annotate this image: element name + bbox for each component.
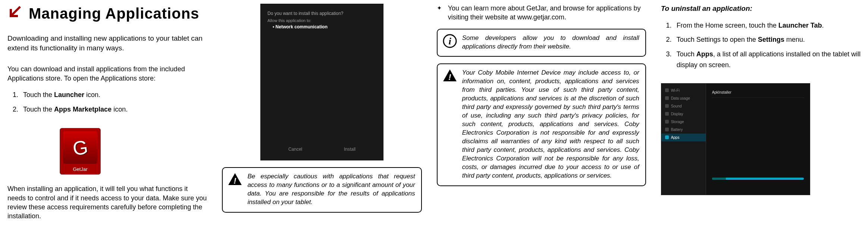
install-note: When installing an application, it will … [7, 184, 207, 220]
column-4: To uninstall an application: From the Ho… [661, 4, 861, 221]
info-icon: i [442, 34, 458, 51]
getjar-g-icon [63, 131, 97, 164]
getjar-info-text: You can learn more about GetJar, and bro… [448, 4, 646, 22]
dialog-permission: • Network communication [267, 24, 376, 29]
sidebar-item: Wi-Fi [661, 87, 706, 94]
svg-text:!: ! [448, 72, 451, 82]
sidebar-item: Sound [661, 102, 706, 110]
sidebar-item: Storage [661, 118, 706, 126]
sidebar-item-apps: Apps [661, 134, 706, 141]
step-2: Touch the Apps Marketplace icon. [20, 104, 207, 115]
dialog-subtitle: Allow this application to: [267, 18, 376, 23]
uninstall-steps: From the Home screen, touch the Launcher… [661, 20, 861, 74]
column-3: ✦ You can learn more about GetJar, and b… [437, 4, 646, 221]
settings-screenshot: Wi-Fi Data usage Sound Display Storage B… [661, 83, 810, 195]
uninstall-heading: To uninstall an application: [661, 4, 861, 13]
uninstall-step-3: Touch Apps, a list of all applications i… [674, 49, 861, 71]
svg-text:i: i [448, 36, 451, 47]
sidebar-item: Display [661, 110, 706, 118]
sidebar-item: Data usage [661, 94, 706, 102]
install-button: Install [340, 145, 359, 153]
warning-icon: ! [442, 69, 458, 180]
heading-row: Managing Applications [7, 4, 207, 23]
info-text: Some developers allow you to download an… [462, 34, 639, 51]
caution-text: Be especially cautious with applications… [247, 172, 415, 207]
uninstall-step-2: Touch Settings to open the Settings menu… [674, 34, 861, 45]
settings-content: ApkInstaller [706, 84, 810, 195]
getjar-info: ✦ You can learn more about GetJar, and b… [437, 4, 646, 22]
disclaimer-callout: ! Your Coby Mobile Internet Device may i… [437, 63, 646, 186]
column-1: Managing Applications Downloading and in… [7, 4, 207, 221]
page-subtitle: Downloading and installing new applicati… [7, 34, 207, 53]
info-callout: i Some developers allow you to download … [437, 29, 646, 57]
warning-icon: ! [227, 172, 243, 207]
step-1: Touch the Launcher icon. [20, 90, 207, 100]
open-store-steps: Touch the Launcher icon. Touch the Apps … [7, 90, 207, 119]
caution-callout: ! Be especially cautious with applicatio… [222, 167, 422, 213]
settings-sidebar: Wi-Fi Data usage Sound Display Storage B… [661, 84, 706, 195]
dialog-buttons: Cancel Install [267, 145, 376, 153]
getjar-icon: GetJar [60, 128, 101, 175]
cancel-button: Cancel [285, 145, 306, 153]
sidebar-item: Battery [661, 126, 706, 134]
svg-text:!: ! [234, 176, 236, 185]
getjar-label: GetJar [73, 166, 87, 172]
install-dialog-screenshot: Do you want to install this application?… [260, 4, 383, 160]
column-2: Do you want to install this application?… [222, 4, 422, 221]
col1-intro: You can download and install application… [7, 65, 207, 83]
storage-bar [712, 178, 804, 180]
page-heading: Managing Applications [29, 5, 199, 22]
diamond-bullet-icon: ✦ [437, 4, 443, 12]
disclaimer-text: Your Coby Mobile Internet Device may inc… [462, 69, 639, 180]
heading-arrow-icon [7, 4, 23, 23]
app-list-item: ApkInstaller [712, 87, 804, 98]
dialog-title: Do you want to install this application? [267, 11, 376, 16]
uninstall-step-1: From the Home screen, touch the Launcher… [674, 20, 861, 31]
